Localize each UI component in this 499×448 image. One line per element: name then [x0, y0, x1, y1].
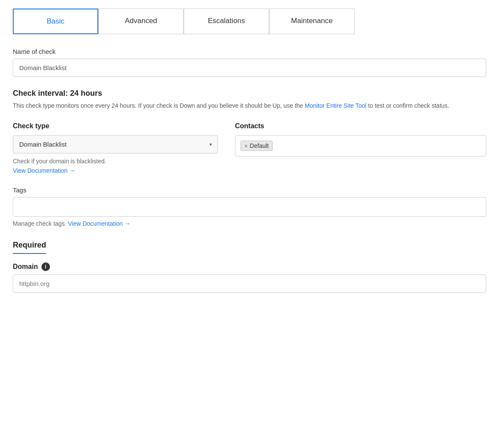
contacts-label: Contacts [235, 122, 486, 130]
tags-input[interactable] [13, 197, 486, 217]
contacts-box[interactable]: × Default [235, 135, 486, 156]
contacts-column: Contacts × Default [235, 122, 486, 156]
contact-remove-default[interactable]: × [244, 143, 248, 149]
monitor-entire-site-link[interactable]: Monitor Entire Site Tool [305, 102, 366, 109]
tab-basic[interactable]: Basic [13, 9, 98, 34]
domain-input[interactable] [13, 274, 486, 293]
check-interval-description: This check type monitors once every 24 h… [13, 101, 486, 110]
contact-tag-label-default: Default [250, 142, 269, 149]
tab-maintenance[interactable]: Maintenance [269, 9, 355, 34]
check-interval-desc-end: to test or confirm check status. [367, 102, 449, 109]
check-interval-title: Check interval: 24 hours [13, 89, 486, 98]
view-documentation-link[interactable]: View Documentation → [13, 167, 75, 174]
check-type-contacts-row: Check type Domain Blacklist HTTP HTTPS D… [13, 122, 486, 174]
check-type-column: Check type Domain Blacklist HTTP HTTPS D… [13, 122, 218, 174]
domain-label: Domain [13, 263, 38, 271]
tags-view-documentation-link[interactable]: View Documentation → [68, 220, 130, 227]
contact-tag-default: × Default [241, 141, 273, 151]
name-of-check-section: Name of check [13, 48, 486, 77]
info-icon: i [41, 262, 50, 271]
name-of-check-input[interactable] [13, 59, 486, 77]
check-type-select-wrapper: Domain Blacklist HTTP HTTPS DNS SMTP POP… [13, 135, 218, 153]
tab-escalations[interactable]: Escalations [184, 9, 269, 34]
domain-label-row: Domain i [13, 262, 486, 271]
tags-label: Tags [13, 186, 486, 194]
check-type-description: Check if your domain is blacklisted. [13, 158, 218, 165]
name-of-check-label: Name of check [13, 48, 486, 55]
tags-desc-start: Manage check tags. [13, 220, 68, 227]
tabs-container: Basic Advanced Escalations Maintenance [13, 9, 486, 34]
tags-description: Manage check tags. View Documentation → [13, 220, 486, 227]
check-type-select[interactable]: Domain Blacklist HTTP HTTPS DNS SMTP POP… [13, 135, 218, 153]
check-interval-desc-start: This check type monitors once every 24 h… [13, 102, 305, 109]
check-type-label: Check type [13, 122, 218, 130]
tags-section: Tags Manage check tags. View Documentati… [13, 186, 486, 227]
check-interval-section: Check interval: 24 hours This check type… [13, 89, 486, 110]
tab-advanced[interactable]: Advanced [98, 9, 184, 34]
required-title: Required [13, 241, 46, 254]
required-section: Required Domain i [13, 241, 486, 293]
